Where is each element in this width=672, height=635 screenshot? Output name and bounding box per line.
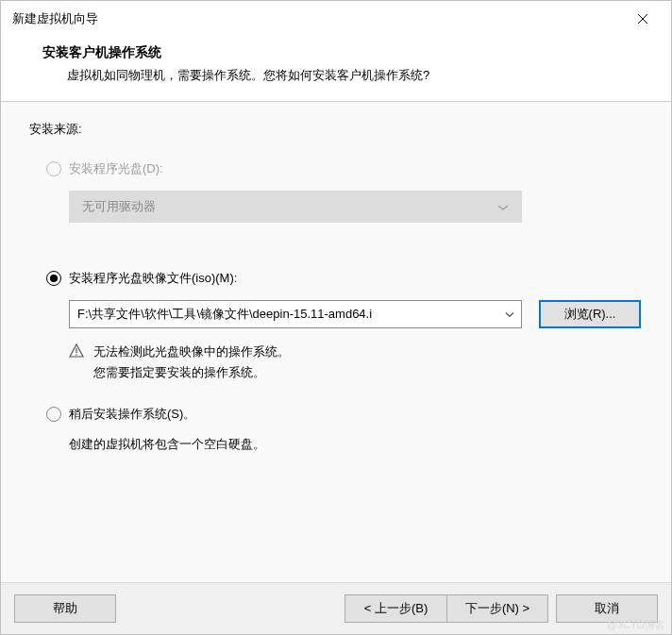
- titlebar: 新建虚拟机向导: [1, 1, 671, 37]
- source-label: 安装来源:: [29, 121, 643, 138]
- warning-icon: [69, 343, 84, 359]
- wizard-header: 安装客户机操作系统 虚拟机如同物理机，需要操作系统。您将如何安装客户机操作系统?: [1, 37, 671, 101]
- browse-button[interactable]: 浏览(R)...: [539, 300, 641, 328]
- wizard-window: 新建虚拟机向导 安装客户机操作系统 虚拟机如同物理机，需要操作系统。您将如何安装…: [0, 0, 672, 635]
- disc-dropdown: 无可用驱动器: [69, 191, 522, 223]
- nav-button-group: < 上一步(B) 下一步(N) >: [344, 594, 548, 623]
- iso-input-row: 浏览(R)...: [69, 300, 643, 328]
- page-description: 虚拟机如同物理机，需要操作系统。您将如何安装客户机操作系统?: [29, 67, 643, 84]
- warning-text: 无法检测此光盘映像中的操作系统。 您需要指定要安装的操作系统。: [93, 342, 290, 383]
- iso-path-input[interactable]: [69, 300, 522, 328]
- radio-iso[interactable]: [46, 271, 61, 286]
- option-later-row[interactable]: 稍后安装操作系统(S)。: [29, 406, 643, 423]
- svg-point-4: [76, 354, 77, 356]
- iso-input-wrap: [69, 300, 522, 328]
- later-info: 创建的虚拟机将包含一个空白硬盘。: [69, 436, 643, 453]
- window-title: 新建虚拟机向导: [12, 10, 98, 27]
- radio-iso-label: 安装程序光盘映像文件(iso)(M):: [69, 270, 237, 287]
- option-iso-row[interactable]: 安装程序光盘映像文件(iso)(M):: [29, 270, 643, 287]
- close-icon: [637, 13, 648, 25]
- radio-disc: [46, 161, 61, 176]
- help-button[interactable]: 帮助: [14, 594, 116, 623]
- button-bar: 帮助 < 上一步(B) 下一步(N) > 取消: [1, 582, 671, 634]
- warning-line-2: 您需要指定要安装的操作系统。: [93, 362, 290, 383]
- content-area: 安装来源: 安装程序光盘(D): 无可用驱动器 安装程序光盘映像文件(iso)(…: [1, 102, 671, 582]
- iso-warning: 无法检测此光盘映像中的操作系统。 您需要指定要安装的操作系统。: [69, 342, 643, 383]
- disc-dropdown-value: 无可用驱动器: [82, 198, 156, 215]
- chevron-down-icon: [497, 200, 509, 214]
- radio-later[interactable]: [46, 407, 61, 422]
- warning-line-1: 无法检测此光盘映像中的操作系统。: [93, 342, 290, 362]
- option-disc-row: 安装程序光盘(D):: [29, 160, 643, 177]
- back-button[interactable]: < 上一步(B): [344, 594, 446, 623]
- close-button[interactable]: [626, 8, 660, 29]
- page-title: 安装客户机操作系统: [29, 44, 643, 61]
- cancel-button[interactable]: 取消: [556, 594, 658, 623]
- radio-later-label: 稍后安装操作系统(S)。: [69, 406, 195, 423]
- radio-disc-label: 安装程序光盘(D):: [69, 160, 163, 177]
- next-button[interactable]: 下一步(N) >: [446, 594, 548, 623]
